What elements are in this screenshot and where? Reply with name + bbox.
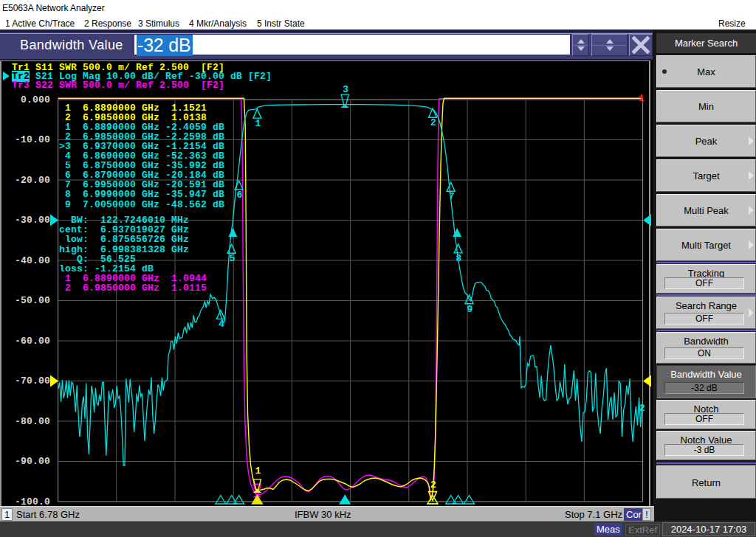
- svg-text:4: 4: [219, 319, 224, 330]
- svg-text:7: 7: [449, 191, 455, 202]
- svg-text:9: 9: [467, 304, 473, 315]
- svg-text:2: 2: [430, 117, 436, 128]
- svg-text:8: 8: [456, 253, 462, 264]
- svg-text:1: 1: [639, 93, 645, 104]
- svg-text:2: 2: [430, 479, 436, 491]
- svg-text:2: 2: [639, 403, 645, 414]
- svg-text:1: 1: [255, 118, 261, 129]
- svg-text:5: 5: [230, 253, 236, 264]
- svg-text:6: 6: [237, 190, 243, 201]
- svg-text:1: 1: [255, 465, 261, 477]
- svg-text:3: 3: [343, 84, 348, 95]
